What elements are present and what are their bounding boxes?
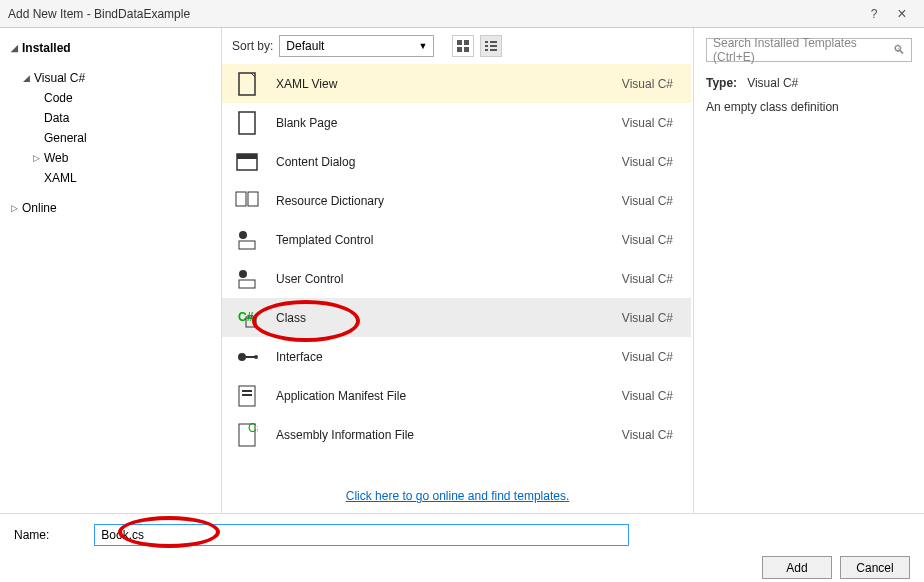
- template-item[interactable]: C#ClassVisual C#: [222, 298, 691, 337]
- tree-label: Visual C#: [32, 71, 85, 85]
- close-button[interactable]: ×: [888, 1, 916, 27]
- template-label: XAML View: [276, 77, 622, 91]
- template-icon: [234, 227, 260, 253]
- template-lang: Visual C#: [622, 272, 679, 286]
- svg-rect-13: [237, 154, 257, 159]
- template-item[interactable]: InterfaceVisual C#: [222, 337, 691, 376]
- svg-rect-27: [242, 394, 252, 396]
- template-lang: Visual C#: [622, 233, 679, 247]
- tree-label: Online: [20, 201, 57, 215]
- template-lang: Visual C#: [622, 389, 679, 403]
- name-label: Name:: [14, 528, 49, 542]
- view-list-button[interactable]: [480, 35, 502, 57]
- template-lang: Visual C#: [622, 194, 679, 208]
- bottom-panel: Name: Add Cancel: [0, 513, 924, 582]
- online-link-row: Click here to go online and find templat…: [222, 483, 693, 513]
- svg-point-16: [239, 231, 247, 239]
- template-icon: [234, 71, 260, 97]
- template-item[interactable]: Templated ControlVisual C#: [222, 220, 691, 259]
- template-lang: Visual C#: [622, 311, 679, 325]
- button-row: Add Cancel: [0, 556, 924, 582]
- template-lang: Visual C#: [622, 116, 679, 130]
- type-label: Type:: [706, 76, 737, 90]
- svg-point-24: [254, 355, 258, 359]
- chevron-down-icon: ◢: [20, 73, 32, 83]
- chevron-right-icon: ▷: [30, 153, 42, 163]
- window-title: Add New Item - BindDataExample: [8, 7, 860, 21]
- template-icon: [234, 383, 260, 409]
- svg-rect-9: [490, 49, 497, 51]
- template-item[interactable]: Resource DictionaryVisual C#: [222, 181, 691, 220]
- chevron-down-icon: ▼: [418, 41, 427, 51]
- template-icon: [234, 266, 260, 292]
- template-item[interactable]: Application Manifest FileVisual C#: [222, 376, 691, 415]
- svg-rect-8: [485, 49, 488, 51]
- template-icon: [234, 344, 260, 370]
- svg-rect-6: [485, 45, 488, 47]
- tree-online[interactable]: ▷ Online: [8, 198, 213, 218]
- template-label: Blank Page: [276, 116, 622, 130]
- svg-rect-1: [464, 40, 469, 45]
- tree-csharp[interactable]: ◢ Visual C#: [8, 68, 213, 88]
- name-input[interactable]: [94, 524, 629, 546]
- svg-rect-15: [248, 192, 258, 206]
- search-placeholder: Search Installed Templates (Ctrl+E): [713, 36, 893, 64]
- template-item[interactable]: User ControlVisual C#: [222, 259, 691, 298]
- tree-xaml[interactable]: XAML: [8, 168, 213, 188]
- template-label: Interface: [276, 350, 622, 364]
- name-row: Name:: [0, 514, 924, 556]
- sort-value: Default: [286, 39, 324, 53]
- template-label: Application Manifest File: [276, 389, 622, 403]
- svg-rect-19: [239, 280, 255, 288]
- template-item[interactable]: C#Assembly Information FileVisual C#: [222, 415, 691, 454]
- template-item[interactable]: Blank PageVisual C#: [222, 103, 691, 142]
- main-area: ◢ Installed ◢ Visual C# Code Data Genera…: [0, 28, 924, 513]
- template-list-panel: Sort by: Default ▼ XAML ViewVisual C#Bla…: [222, 28, 694, 513]
- template-label: User Control: [276, 272, 622, 286]
- template-lang: Visual C#: [622, 155, 679, 169]
- view-medium-icons-button[interactable]: [452, 35, 474, 57]
- svg-rect-5: [490, 41, 497, 43]
- tree-web[interactable]: ▷ Web: [8, 148, 213, 168]
- svg-text:C#: C#: [248, 422, 258, 435]
- titlebar: Add New Item - BindDataExample ? ×: [0, 0, 924, 28]
- svg-rect-10: [239, 73, 255, 95]
- svg-point-18: [239, 270, 247, 278]
- template-icon: [234, 149, 260, 175]
- template-icon: C#: [234, 422, 260, 448]
- template-lang: Visual C#: [622, 350, 679, 364]
- template-label: Class: [276, 311, 622, 325]
- svg-point-22: [238, 353, 246, 361]
- template-label: Resource Dictionary: [276, 194, 622, 208]
- help-button[interactable]: ?: [860, 1, 888, 27]
- template-label: Templated Control: [276, 233, 622, 247]
- search-input[interactable]: Search Installed Templates (Ctrl+E) 🔍︎: [706, 38, 912, 62]
- svg-rect-2: [457, 47, 462, 52]
- svg-rect-0: [457, 40, 462, 45]
- svg-rect-4: [485, 41, 488, 43]
- sort-dropdown[interactable]: Default ▼: [279, 35, 434, 57]
- details-panel: Search Installed Templates (Ctrl+E) 🔍︎ T…: [694, 28, 924, 513]
- sidebar: ◢ Installed ◢ Visual C# Code Data Genera…: [0, 28, 222, 513]
- grid-icon: [457, 40, 469, 52]
- add-button[interactable]: Add: [762, 556, 832, 579]
- tree-general[interactable]: General: [8, 128, 213, 148]
- cancel-button[interactable]: Cancel: [840, 556, 910, 579]
- svg-rect-26: [242, 390, 252, 392]
- svg-rect-17: [239, 241, 255, 249]
- template-item[interactable]: XAML ViewVisual C#: [222, 64, 691, 103]
- template-list: XAML ViewVisual C#Blank PageVisual C#Con…: [222, 64, 693, 483]
- list-icon: [485, 40, 497, 52]
- sort-bar: Sort by: Default ▼: [222, 28, 693, 64]
- search-icon: 🔍︎: [893, 43, 905, 57]
- template-item[interactable]: Content DialogVisual C#: [222, 142, 691, 181]
- svg-rect-14: [236, 192, 246, 206]
- tree-code[interactable]: Code: [8, 88, 213, 108]
- tree-data[interactable]: Data: [8, 108, 213, 128]
- description: An empty class definition: [706, 100, 912, 114]
- tree-installed[interactable]: ◢ Installed: [8, 38, 213, 58]
- template-label: Content Dialog: [276, 155, 622, 169]
- online-templates-link[interactable]: Click here to go online and find templat…: [346, 489, 569, 503]
- sort-label: Sort by:: [232, 39, 273, 53]
- tree-label: Installed: [20, 41, 71, 55]
